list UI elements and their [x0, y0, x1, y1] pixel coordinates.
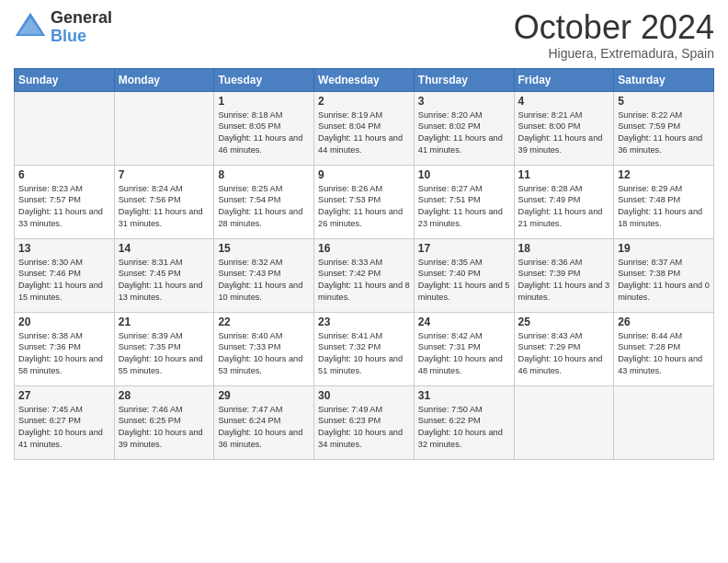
calendar-cell: 13Sunrise: 8:30 AM Sunset: 7:46 PM Dayli…	[15, 238, 115, 312]
day-info: Sunrise: 8:30 AM Sunset: 7:46 PM Dayligh…	[18, 257, 110, 304]
day-number: 14	[119, 242, 210, 255]
day-number: 3	[418, 95, 510, 108]
day-info: Sunrise: 8:32 AM Sunset: 7:43 PM Dayligh…	[218, 257, 310, 304]
day-number: 12	[618, 168, 710, 181]
day-info: Sunrise: 8:41 AM Sunset: 7:32 PM Dayligh…	[318, 330, 410, 378]
day-number: 15	[218, 242, 310, 255]
page: General Blue October 2024 Higuera, Extre…	[0, 0, 728, 563]
day-number: 4	[518, 95, 610, 108]
day-number: 30	[318, 389, 410, 402]
weekday-header: Tuesday	[214, 68, 314, 91]
day-info: Sunrise: 8:31 AM Sunset: 7:45 PM Dayligh…	[119, 257, 210, 304]
calendar-cell: 1Sunrise: 8:18 AM Sunset: 8:05 PM Daylig…	[214, 91, 314, 165]
day-info: Sunrise: 8:23 AM Sunset: 7:57 PM Dayligh…	[18, 183, 110, 231]
day-number: 24	[418, 316, 510, 328]
logo-text: General Blue	[51, 9, 112, 46]
calendar-cell: 24Sunrise: 8:42 AM Sunset: 7:31 PM Dayli…	[414, 312, 514, 385]
calendar-cell: 8Sunrise: 8:25 AM Sunset: 7:54 PM Daylig…	[214, 165, 314, 238]
day-number: 28	[119, 389, 210, 402]
day-info: Sunrise: 8:33 AM Sunset: 7:42 PM Dayligh…	[318, 257, 410, 304]
calendar-cell: 29Sunrise: 7:47 AM Sunset: 6:24 PM Dayli…	[214, 385, 314, 459]
calendar-cell: 16Sunrise: 8:33 AM Sunset: 7:42 PM Dayli…	[314, 238, 415, 312]
calendar-cell	[514, 385, 614, 459]
calendar-cell: 26Sunrise: 8:44 AM Sunset: 7:28 PM Dayli…	[614, 312, 714, 385]
title-block: October 2024 Higuera, Extremadura, Spain	[514, 9, 714, 61]
day-number: 8	[218, 168, 310, 181]
day-info: Sunrise: 8:37 AM Sunset: 7:38 PM Dayligh…	[618, 257, 710, 304]
day-info: Sunrise: 8:40 AM Sunset: 7:33 PM Dayligh…	[218, 330, 310, 378]
calendar-cell: 23Sunrise: 8:41 AM Sunset: 7:32 PM Dayli…	[314, 312, 415, 385]
day-info: Sunrise: 8:35 AM Sunset: 7:40 PM Dayligh…	[418, 257, 510, 304]
calendar-cell	[614, 385, 714, 459]
day-number: 7	[119, 168, 210, 181]
day-number: 9	[318, 168, 410, 181]
day-number: 26	[618, 316, 710, 328]
calendar-cell: 20Sunrise: 8:38 AM Sunset: 7:36 PM Dayli…	[15, 312, 115, 385]
calendar-cell: 25Sunrise: 8:43 AM Sunset: 7:29 PM Dayli…	[514, 312, 614, 385]
calendar-cell: 2Sunrise: 8:19 AM Sunset: 8:04 PM Daylig…	[314, 91, 415, 165]
calendar-cell: 17Sunrise: 8:35 AM Sunset: 7:40 PM Dayli…	[414, 238, 514, 312]
day-number: 29	[218, 389, 310, 402]
day-number: 6	[18, 168, 110, 181]
month-title: October 2024	[514, 9, 714, 46]
header: General Blue October 2024 Higuera, Extre…	[14, 9, 714, 61]
day-info: Sunrise: 8:24 AM Sunset: 7:56 PM Dayligh…	[119, 183, 210, 231]
day-number: 19	[618, 242, 710, 255]
day-info: Sunrise: 8:28 AM Sunset: 7:49 PM Dayligh…	[518, 183, 610, 231]
calendar-cell	[15, 91, 115, 165]
calendar-cell: 21Sunrise: 8:39 AM Sunset: 7:35 PM Dayli…	[114, 312, 214, 385]
day-number: 22	[218, 316, 310, 328]
day-number: 2	[318, 95, 410, 108]
calendar-cell: 19Sunrise: 8:37 AM Sunset: 7:38 PM Dayli…	[614, 238, 714, 312]
day-info: Sunrise: 7:49 AM Sunset: 6:23 PM Dayligh…	[318, 404, 410, 452]
weekday-header: Thursday	[414, 68, 514, 91]
day-number: 13	[18, 242, 110, 255]
day-number: 5	[618, 95, 710, 108]
day-number: 16	[318, 242, 410, 255]
logo-icon	[14, 11, 47, 44]
day-info: Sunrise: 8:39 AM Sunset: 7:35 PM Dayligh…	[119, 330, 210, 378]
day-info: Sunrise: 8:19 AM Sunset: 8:04 PM Dayligh…	[318, 109, 410, 157]
calendar-cell: 3Sunrise: 8:20 AM Sunset: 8:02 PM Daylig…	[414, 91, 514, 165]
calendar-cell: 5Sunrise: 8:22 AM Sunset: 7:59 PM Daylig…	[614, 91, 714, 165]
day-info: Sunrise: 8:29 AM Sunset: 7:48 PM Dayligh…	[618, 183, 710, 231]
day-info: Sunrise: 7:45 AM Sunset: 6:27 PM Dayligh…	[18, 404, 110, 452]
day-info: Sunrise: 8:27 AM Sunset: 7:51 PM Dayligh…	[418, 183, 510, 231]
calendar-table: SundayMondayTuesdayWednesdayThursdayFrid…	[14, 68, 714, 460]
day-number: 11	[518, 168, 610, 181]
day-info: Sunrise: 8:26 AM Sunset: 7:53 PM Dayligh…	[318, 183, 410, 231]
calendar-cell: 11Sunrise: 8:28 AM Sunset: 7:49 PM Dayli…	[514, 165, 614, 238]
day-info: Sunrise: 8:38 AM Sunset: 7:36 PM Dayligh…	[18, 330, 110, 378]
day-info: Sunrise: 8:20 AM Sunset: 8:02 PM Dayligh…	[418, 109, 510, 157]
calendar-cell: 28Sunrise: 7:46 AM Sunset: 6:25 PM Dayli…	[114, 385, 214, 459]
calendar-cell: 18Sunrise: 8:36 AM Sunset: 7:39 PM Dayli…	[514, 238, 614, 312]
day-info: Sunrise: 8:36 AM Sunset: 7:39 PM Dayligh…	[518, 257, 610, 304]
calendar-cell: 4Sunrise: 8:21 AM Sunset: 8:00 PM Daylig…	[514, 91, 614, 165]
day-number: 21	[119, 316, 210, 328]
logo: General Blue	[14, 9, 112, 46]
weekday-header: Saturday	[614, 68, 714, 91]
day-info: Sunrise: 7:46 AM Sunset: 6:25 PM Dayligh…	[119, 404, 210, 452]
calendar-cell: 6Sunrise: 8:23 AM Sunset: 7:57 PM Daylig…	[15, 165, 115, 238]
day-number: 18	[518, 242, 610, 255]
weekday-header: Monday	[114, 68, 214, 91]
day-number: 20	[18, 316, 110, 328]
weekday-header: Wednesday	[314, 68, 415, 91]
day-number: 17	[418, 242, 510, 255]
day-info: Sunrise: 8:44 AM Sunset: 7:28 PM Dayligh…	[618, 330, 710, 378]
calendar-cell: 12Sunrise: 8:29 AM Sunset: 7:48 PM Dayli…	[614, 165, 714, 238]
day-info: Sunrise: 8:43 AM Sunset: 7:29 PM Dayligh…	[518, 330, 610, 378]
day-number: 25	[518, 316, 610, 328]
calendar-cell: 14Sunrise: 8:31 AM Sunset: 7:45 PM Dayli…	[114, 238, 214, 312]
weekday-header: Friday	[514, 68, 614, 91]
calendar-cell: 15Sunrise: 8:32 AM Sunset: 7:43 PM Dayli…	[214, 238, 314, 312]
day-info: Sunrise: 8:42 AM Sunset: 7:31 PM Dayligh…	[418, 330, 510, 378]
day-number: 23	[318, 316, 410, 328]
location-subtitle: Higuera, Extremadura, Spain	[514, 46, 714, 61]
day-info: Sunrise: 7:47 AM Sunset: 6:24 PM Dayligh…	[218, 404, 310, 452]
weekday-header: Sunday	[15, 68, 115, 91]
day-info: Sunrise: 8:25 AM Sunset: 7:54 PM Dayligh…	[218, 183, 310, 231]
calendar-cell: 7Sunrise: 8:24 AM Sunset: 7:56 PM Daylig…	[114, 165, 214, 238]
calendar-cell: 22Sunrise: 8:40 AM Sunset: 7:33 PM Dayli…	[214, 312, 314, 385]
calendar-cell: 30Sunrise: 7:49 AM Sunset: 6:23 PM Dayli…	[314, 385, 415, 459]
